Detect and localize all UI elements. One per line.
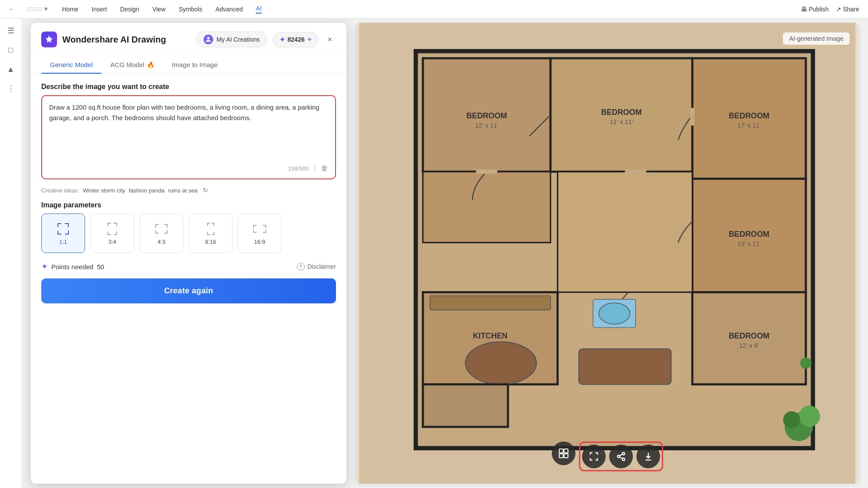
- svg-rect-22: [423, 172, 550, 243]
- dialog-tabs: Generic Model ACG Model 🔥 Image to Image: [31, 55, 346, 74]
- points-needed-label: Points needed: [51, 263, 93, 271]
- floor-plan-svg: BEDROOM 12' x 11' BEDROOM 11' x 11' BEDR…: [355, 23, 859, 484]
- arrange-button[interactable]: [552, 442, 575, 465]
- image-params-title: Image parameters: [41, 201, 336, 209]
- nav-ai[interactable]: AI: [256, 5, 261, 14]
- ratio-3-4-label: 3:4: [108, 239, 116, 245]
- points-needed: ✦ Points needed 50: [41, 262, 104, 271]
- nav-back[interactable]: ←: [9, 6, 14, 12]
- dialog-header: Wondershare AI Drawing My AI Creations ✦…: [31, 23, 346, 55]
- idea-tag-3[interactable]: ruins at sea: [168, 187, 197, 194]
- image-toolbar: [552, 442, 663, 471]
- share-button[interactable]: ↗ Share: [836, 6, 859, 13]
- nav-view[interactable]: View: [152, 6, 165, 13]
- svg-rect-34: [476, 170, 497, 174]
- svg-point-31: [800, 357, 811, 369]
- svg-point-24: [599, 303, 630, 324]
- share-image-button[interactable]: [609, 445, 633, 468]
- refresh-icon[interactable]: ↻: [203, 186, 208, 194]
- points-badge[interactable]: ✦ 82426 +: [273, 32, 318, 47]
- image-area: BEDROOM 12' x 11' BEDROOM 11' x 11' BEDR…: [355, 23, 859, 484]
- publish-icon: 🖶: [801, 6, 807, 13]
- delete-icon[interactable]: 🗑: [321, 164, 328, 172]
- svg-rect-27: [579, 349, 671, 385]
- tab-image-to-image[interactable]: Image to Image: [163, 55, 226, 74]
- svg-text:KITCHEN: KITCHEN: [473, 331, 507, 340]
- points-star-icon: ✦: [279, 36, 285, 44]
- char-count: 159/500: [288, 165, 309, 172]
- nav-advanced[interactable]: Advanced: [215, 6, 243, 13]
- svg-text:BEDROOM: BEDROOM: [466, 111, 507, 120]
- svg-rect-39: [559, 454, 563, 458]
- share-icon: ↗: [836, 6, 841, 13]
- tab-acg-model[interactable]: ACG Model 🔥: [102, 55, 164, 74]
- separator: |: [314, 164, 316, 172]
- svg-text:12' x 11': 12' x 11': [475, 122, 498, 129]
- ratio-4-3-icon: [154, 222, 168, 236]
- sidebar-icon-1[interactable]: ☰: [3, 23, 19, 39]
- ratio-9-16-icon: [204, 222, 218, 236]
- question-circle-icon: ?: [297, 263, 305, 271]
- toolbar-group: [579, 442, 663, 471]
- points-needed-value: 50: [97, 263, 104, 271]
- sidebar-icon-2[interactable]: □: [3, 42, 19, 58]
- top-nav: ← □ □ □ ▼ Home Insert Design View Symbol…: [0, 0, 868, 18]
- sidebar-icon-4[interactable]: ⋮: [3, 81, 19, 96]
- svg-point-29: [799, 406, 820, 427]
- tab-generic-model[interactable]: Generic Model: [41, 55, 102, 74]
- svg-point-26: [465, 342, 536, 385]
- svg-point-0: [48, 38, 50, 41]
- svg-rect-36: [690, 108, 695, 125]
- ratio-1-1[interactable]: 1:1: [41, 214, 85, 253]
- prompt-wrapper: Draw a 1200 sq.ft house floor plan with …: [41, 95, 336, 179]
- nav-insert[interactable]: Insert: [92, 6, 107, 13]
- ratio-16-9[interactable]: 16:9: [238, 214, 282, 253]
- svg-point-43: [622, 458, 625, 461]
- publish-button[interactable]: 🖶 Publish: [801, 6, 829, 13]
- points-needed-star-icon: ✦: [41, 262, 48, 271]
- ratio-1-1-label: 1:1: [59, 239, 67, 245]
- ai-dialog: Wondershare AI Drawing My AI Creations ✦…: [31, 23, 346, 484]
- svg-rect-37: [559, 449, 563, 453]
- svg-text:11' x 11': 11' x 11': [610, 118, 633, 125]
- download-button[interactable]: [636, 445, 660, 468]
- my-creations-button[interactable]: My AI Creations: [196, 32, 268, 47]
- left-sidebar: ☰ □ ▲ ⋮: [0, 18, 22, 488]
- svg-rect-25: [430, 296, 550, 310]
- dialog-body: Describe the image you want to create Dr…: [31, 74, 346, 484]
- ratio-4-3-label: 4:3: [157, 239, 165, 245]
- svg-rect-38: [564, 449, 568, 453]
- nav-home[interactable]: Home: [62, 6, 78, 13]
- nav-window-icons: □ □ □ ▼: [28, 6, 49, 12]
- sidebar-icon-3[interactable]: ▲: [3, 61, 19, 77]
- svg-point-42: [617, 455, 620, 458]
- add-points-icon: +: [307, 35, 312, 44]
- svg-rect-40: [564, 454, 568, 458]
- svg-text:BEDROOM: BEDROOM: [601, 108, 642, 117]
- prompt-textarea[interactable]: Draw a 1200 sq.ft house floor plan with …: [49, 102, 328, 159]
- ratio-4-3[interactable]: 4:3: [139, 214, 183, 253]
- image-params-section: Image parameters 1:1: [41, 201, 336, 253]
- nav-design[interactable]: Design: [120, 6, 139, 13]
- idea-tag-1[interactable]: Winter storm city: [83, 187, 125, 194]
- svg-rect-35: [625, 170, 647, 174]
- ai-generated-label: AI-generated Image: [783, 32, 850, 45]
- idea-tag-2[interactable]: fashion panda: [129, 187, 165, 194]
- close-button[interactable]: ×: [324, 33, 336, 46]
- ratio-3-4-icon: [105, 222, 119, 236]
- svg-point-41: [622, 452, 625, 455]
- points-row: ✦ Points needed 50 ? Disclaimer: [41, 262, 336, 271]
- svg-rect-21: [557, 172, 692, 292]
- svg-text:17' x 11': 17' x 11': [737, 122, 761, 129]
- create-again-button[interactable]: Create again: [41, 278, 336, 303]
- svg-text:BEDROOM: BEDROOM: [729, 331, 769, 340]
- aspect-ratios: 1:1 3:4: [41, 214, 336, 253]
- svg-text:13' x 11': 13' x 11': [737, 240, 761, 247]
- nav-symbols[interactable]: Symbols: [179, 6, 203, 13]
- ratio-9-16[interactable]: 9:16: [189, 214, 232, 253]
- fullscreen-button[interactable]: [582, 445, 606, 468]
- disclaimer-button[interactable]: ? Disclaimer: [297, 263, 336, 271]
- svg-text:BEDROOM: BEDROOM: [729, 111, 769, 120]
- ratio-9-16-label: 9:16: [205, 239, 216, 245]
- ratio-3-4[interactable]: 3:4: [90, 214, 134, 253]
